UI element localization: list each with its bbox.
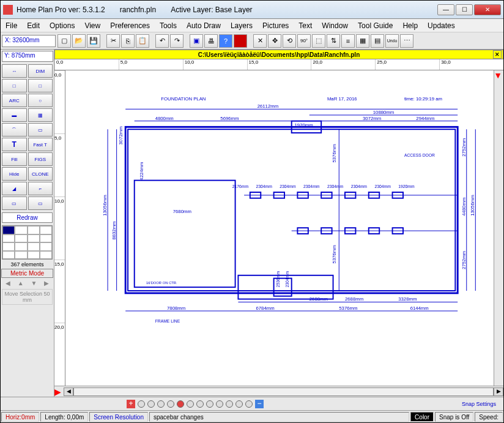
tool-hide[interactable]: Hide (2, 167, 27, 181)
undo2-icon[interactable]: Undo (385, 34, 399, 48)
tool-tri[interactable]: ◢ (2, 182, 27, 195)
align-icon[interactable]: ≡ (341, 34, 355, 48)
close-button[interactable]: ✕ (474, 4, 501, 15)
tool-hatch[interactable]: ▦ (28, 108, 53, 122)
snap-dot[interactable] (157, 400, 165, 408)
menu-text[interactable]: Text (298, 21, 312, 30)
tool-corner[interactable]: ⌐ (28, 182, 53, 195)
tool-wall[interactable]: ▬ (2, 108, 27, 122)
status-snap[interactable]: Snap is Off (435, 412, 473, 422)
menu-toolguide[interactable]: Tool Guide (358, 21, 393, 30)
snap-dot[interactable] (196, 400, 204, 408)
menu-window[interactable]: Window (322, 21, 348, 30)
tool-figs[interactable]: FIGS (28, 152, 53, 166)
undo-icon[interactable]: ↶ (155, 34, 169, 48)
save-icon[interactable]: 💾 (87, 34, 100, 48)
extra-icon[interactable]: ⋯ (400, 34, 413, 48)
metric-mode[interactable]: Metric Mode (1, 269, 53, 278)
snap-minus-icon[interactable]: − (255, 400, 264, 408)
svg-text:2688mm: 2688mm (345, 296, 363, 302)
open-icon[interactable]: 📂 (72, 34, 86, 48)
tool-curve[interactable]: ⌒ (2, 123, 27, 137)
svg-text:2536mm: 2536mm (276, 271, 280, 287)
svg-text:2304mm: 2304mm (285, 271, 289, 287)
tool-arc[interactable]: ARC (2, 94, 27, 107)
statusbar: Horiz:0mm Length: 0,00m Screen Resolutio… (1, 410, 503, 422)
paste-icon[interactable]: 📋 (136, 34, 149, 48)
select-icon[interactable]: ⬚ (312, 34, 325, 48)
svg-text:4800mm: 4800mm (155, 116, 174, 121)
move-arrows[interactable]: ◀▲▼▶ (1, 279, 54, 288)
snap-dot[interactable] (147, 400, 155, 408)
menu-file[interactable]: File (6, 21, 17, 30)
menu-pictures[interactable]: Pictures (262, 21, 289, 30)
snap-dot[interactable] (138, 400, 145, 408)
print-icon[interactable]: 🖶 (204, 34, 218, 48)
mirror-icon[interactable]: ⇅ (327, 34, 340, 48)
menu-edit[interactable]: Edit (27, 21, 40, 30)
svg-text:3072mm: 3072mm (363, 116, 381, 121)
menu-tools[interactable]: Tools (160, 21, 177, 30)
tool-line[interactable]: ↔ (2, 64, 27, 78)
snap-dot[interactable] (187, 400, 194, 408)
move-icon[interactable]: ✥ (268, 34, 281, 48)
rotate-icon[interactable]: ⟲ (283, 34, 296, 48)
tool-rect2[interactable]: □ (28, 79, 53, 92)
drawing-area[interactable]: FOUNDATION PLAN MaR 17, 2016 time: 10:29… (65, 70, 494, 386)
tool-rect[interactable]: □ (2, 79, 27, 92)
snap-dot[interactable] (235, 400, 243, 408)
redo-icon[interactable]: ↷ (170, 34, 183, 48)
snap-dot[interactable] (167, 400, 174, 408)
grid-icon[interactable]: ▦ (356, 34, 369, 48)
app-title: Home Plan Pro ver: 5.3.1.2 (17, 6, 105, 14)
snap-settings-button[interactable]: Snap Settings (457, 401, 501, 407)
tool-fill[interactable]: Fill (2, 152, 27, 166)
minimize-button[interactable]: — (437, 4, 454, 15)
snap-plus-icon[interactable]: + (127, 400, 135, 408)
tool-dim[interactable]: DIM (28, 64, 53, 78)
status-resolution[interactable]: Screen Resolution (89, 412, 148, 422)
menu-view[interactable]: View (84, 21, 100, 30)
snap-dot[interactable] (206, 400, 213, 408)
tool-clone[interactable]: CLONE (28, 167, 53, 181)
horizontal-scrollbar[interactable]: ▶ ◀ ▶ (54, 386, 503, 397)
tool-text[interactable]: T (2, 138, 27, 151)
stop-icon[interactable] (234, 34, 247, 48)
status-color[interactable]: Color (410, 412, 434, 422)
plan-title: FOUNDATION PLAN (161, 96, 206, 102)
svg-text:2752mm: 2752mm (461, 138, 467, 157)
move-selection: Move Selection 50 mm (2, 289, 53, 305)
new-icon[interactable]: ▢ (57, 34, 71, 48)
delete-icon[interactable]: ✕ (253, 34, 267, 48)
color-picker[interactable] (2, 225, 53, 260)
angle-icon[interactable]: 90° (297, 34, 311, 48)
menu-autodraw[interactable]: Auto Draw (187, 21, 221, 30)
maximize-button[interactable]: ☐ (456, 4, 473, 15)
tool-rect4[interactable]: ▭ (28, 197, 53, 210)
toolbar: X: 32600mm ▢ 📂 💾 ✂ ⎘ 📋 ↶ ↷ ▣ 🖶 ? ✕ ✥ ⟲ 9… (1, 32, 503, 50)
snap-dot-active[interactable] (177, 400, 184, 408)
svg-text:5376mm: 5376mm (332, 245, 337, 263)
menu-updates[interactable]: Updates (428, 21, 455, 30)
snap-dot[interactable] (216, 400, 223, 408)
vertical-scrollbar[interactable] (494, 70, 503, 386)
zoom-icon[interactable]: ▣ (190, 34, 203, 48)
help-icon[interactable]: ? (219, 34, 232, 48)
menu-options[interactable]: Options (50, 21, 75, 30)
tool-circle[interactable]: ○ (28, 94, 53, 107)
copy-icon[interactable]: ⎘ (121, 34, 135, 48)
menu-layers[interactable]: Layers (231, 21, 253, 30)
tool-box[interactable]: ▭ (28, 123, 53, 137)
cut-icon[interactable]: ✂ (106, 34, 120, 48)
svg-text:FRAME LINE: FRAME LINE (155, 319, 180, 323)
tool-rect3[interactable]: ▭ (2, 197, 27, 210)
close-file-icon[interactable]: ✕ (493, 50, 502, 59)
redraw-button[interactable]: Redraw (2, 212, 53, 223)
tool-fasttext[interactable]: Fast T (28, 138, 53, 151)
snap-dot[interactable] (226, 400, 233, 408)
menu-preferences[interactable]: Preferences (110, 21, 150, 30)
layers-icon[interactable]: ▤ (371, 34, 384, 48)
menu-help[interactable]: Help (402, 21, 418, 30)
svg-text:2304mm: 2304mm (303, 184, 320, 189)
snap-dot[interactable] (245, 400, 253, 408)
